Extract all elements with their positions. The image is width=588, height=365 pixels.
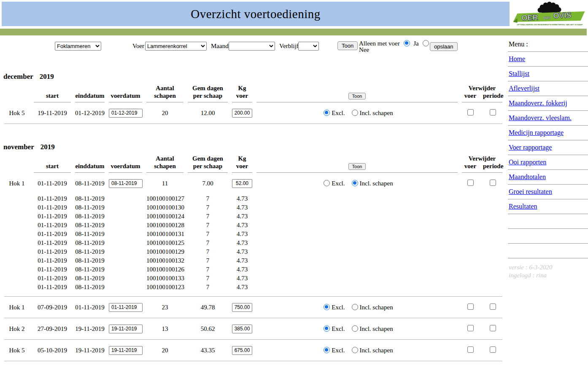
kg-voer-input[interactable] [232, 303, 252, 312]
verwijder-periode-cell [483, 318, 502, 339]
feed-table: starteinddatumvoerdatumAantalschapenGem … [0, 153, 507, 361]
verwijder-voer-checkbox[interactable] [467, 180, 474, 186]
detail-end-date: 08-11-2019 [75, 220, 105, 229]
opslaan-button[interactable]: opslaan [430, 42, 458, 51]
kg-voer-input[interactable] [232, 109, 252, 118]
verwijder-periode-checkbox[interactable] [490, 346, 496, 353]
excl-radio[interactable] [324, 110, 330, 116]
incl-schapen-label: Incl. schapen [360, 347, 393, 354]
verwijder-voer-checkbox[interactable] [467, 303, 474, 310]
sheep-detail-row: 01-11-201908-11-201910010010013374.73 [4, 274, 502, 282]
verwijder-periode-label: periode [483, 162, 502, 170]
verwijder-periode-checkbox[interactable] [490, 180, 496, 186]
verwijder-periode-checkbox[interactable] [490, 325, 496, 331]
detail-days: 7 [188, 247, 228, 256]
sidebar-link-maandtotalen[interactable]: Maandtotalen [509, 173, 546, 180]
incl-radio[interactable] [352, 347, 358, 353]
hok-label: Hok 5 [4, 102, 30, 123]
incl-radio[interactable] [352, 110, 358, 116]
verwijder-voer-label: voer [462, 162, 479, 170]
sidebar-link-groei-resultaten[interactable]: Groei resultaten [509, 188, 552, 195]
separator-row [4, 361, 502, 361]
excl-radio[interactable] [324, 325, 330, 332]
voer-select[interactable]: Lammerenkorrel [145, 42, 207, 51]
sidebar-link-ooi-rapporten[interactable]: Ooi rapporten [509, 158, 546, 166]
excl-label: Excl. [332, 110, 345, 116]
kg-voer-input[interactable] [232, 346, 252, 355]
sidebar-item: Voer rapportage [508, 140, 588, 155]
toon-filter-button[interactable]: Toon [337, 41, 358, 50]
kg-voer-cell [232, 297, 252, 318]
sidebar-item: Afleverlijst [508, 81, 588, 96]
logo-subtitle: OPTIMALISERING EN RENDEMENTSVERBETERING … [517, 24, 583, 26]
sidebar-link-maandoverz-fokkerij[interactable]: Maandoverz. fokkerij [509, 99, 567, 107]
verwijder-periode-checkbox[interactable] [490, 109, 496, 115]
hok-label: Hok 1 [4, 297, 30, 318]
excl-radio[interactable] [324, 304, 330, 310]
alleen-met-voer-ja-radio[interactable] [404, 40, 410, 46]
verwijder-periode-checkbox[interactable] [490, 303, 496, 310]
sidebar-link-home[interactable]: Home [509, 55, 525, 62]
incl-radio[interactable] [352, 325, 358, 332]
end-date: 01-11-2019 [75, 297, 105, 318]
month-year: 2019 [40, 72, 54, 81]
kg-voer-cell [232, 173, 252, 194]
period-row: Hok 107-09-201901-11-20192349.78Excl.Inc… [4, 297, 502, 318]
start-date: 01-11-2019 [34, 173, 71, 194]
sheep-detail-row: 01-11-201908-11-201910010010012674.73 [4, 265, 502, 274]
sidebar-item: Medicijn rapportage [508, 126, 588, 140]
incl-radio[interactable] [352, 304, 358, 310]
hok-column-header [4, 153, 30, 173]
kg-voer-column-header: Kg voer [232, 83, 252, 102]
verwijder-column-header: Verwijdervoerperiode [462, 153, 502, 173]
toon-column-header: Toon [256, 153, 458, 173]
sidebar-empty-slot [508, 214, 588, 229]
sheep-count: 13 [146, 318, 183, 339]
month-heading: november2019 [3, 143, 507, 151]
toon-column-button[interactable]: Toon [348, 93, 366, 99]
page-header: Overzicht voertoediening [2, 2, 510, 26]
sidebar-link-maandoverz-vleeslam[interactable]: Maandoverz. vleeslam. [509, 114, 572, 121]
sheep-detail-row: 01-11-201908-11-201910010010012974.73 [4, 247, 502, 256]
sidebar-link-voer-rapportage[interactable]: Voer rapportage [509, 144, 552, 151]
sidebar-link-afleverlijst[interactable]: Afleverlijst [509, 85, 539, 92]
avg-days-per-sheep: 50.62 [188, 318, 228, 339]
voerdatum-input[interactable] [109, 109, 143, 118]
maand-select[interactable] [229, 42, 275, 51]
version-line: versie : 6-3-2020 [509, 263, 588, 271]
einddatum-column-header: einddatum [75, 83, 105, 102]
sidebar-link-stallijst[interactable]: Stallijst [509, 70, 529, 77]
verwijder-label: Verwijder [462, 84, 502, 92]
kg-voer-input[interactable] [232, 325, 252, 333]
detail-end-date: 08-11-2019 [75, 282, 105, 291]
sidebar-link-resultaten[interactable]: Resultaten [509, 203, 537, 210]
voerdatum-input[interactable] [109, 179, 143, 188]
voerdatum-input[interactable] [109, 346, 143, 355]
sidebar-item: Maandoverz. fokkerij [508, 96, 588, 111]
voerdatum-input[interactable] [109, 303, 143, 312]
sheep-id: 100100100132 [146, 256, 183, 265]
sidebar-link-medicijn-rapportage[interactable]: Medicijn rapportage [509, 129, 564, 136]
alleen-met-voer-nee-radio[interactable] [423, 40, 429, 46]
toon-column-button[interactable]: Toon [348, 163, 366, 170]
month-heading: december2019 [3, 72, 507, 81]
verwijder-voer-checkbox[interactable] [467, 346, 474, 353]
sheep-detail-row: 01-11-201908-11-201910010010013174.73 [4, 229, 502, 238]
excl-radio[interactable] [324, 347, 330, 353]
ja-label: Ja [413, 40, 419, 47]
verblijf-select[interactable] [298, 42, 319, 51]
detail-kg: 4.73 [232, 212, 252, 220]
kg-voer-input[interactable] [232, 179, 252, 188]
category-select[interactable]: Foklammeren [55, 42, 101, 51]
voerdatum-input[interactable] [109, 325, 143, 333]
incl-radio[interactable] [352, 180, 358, 186]
detail-start-date: 01-11-2019 [34, 194, 71, 203]
sheep-id: 100100100124 [146, 212, 183, 220]
verwijder-voer-checkbox[interactable] [467, 325, 474, 331]
end-date: 01-12-2019 [75, 102, 105, 123]
excl-radio[interactable] [324, 180, 330, 186]
kg-voer-cell [232, 318, 252, 339]
sheep-count: 11 [146, 173, 183, 194]
page-title: Overzicht voertoediening [191, 7, 321, 21]
verwijder-voer-checkbox[interactable] [467, 109, 474, 115]
